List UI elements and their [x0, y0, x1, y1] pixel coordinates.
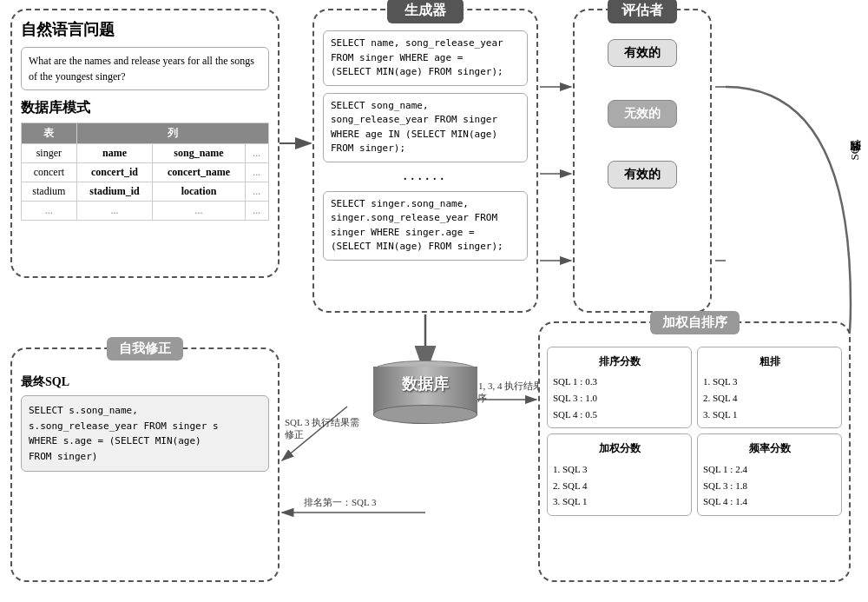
selfcorrect-header-wrap: 自我修正 — [12, 337, 278, 366]
freq-item-3: SQL 4 : 1.4 — [703, 493, 836, 510]
table-row: stadium stadium_id location ... — [22, 182, 269, 202]
col-header-table: 表 — [22, 123, 77, 144]
eval-badge-3: 有效的 — [608, 161, 677, 189]
final-sql-text: SELECT s.song_name, s.song_release_year … — [29, 403, 261, 464]
svg-line-7 — [282, 407, 347, 460]
final-sql-label: 最终SQL — [21, 374, 269, 390]
freq-item-1: SQL 1 : 2.4 — [703, 461, 836, 478]
database-cylinder: 数据库 — [373, 356, 477, 434]
generator-section: 生成器 SELECT name, song_release_year FROM … — [312, 9, 538, 313]
diagram-container: SQL 3 执行结果需 修正 SQL 1, 3, 4 执行结果需 要排序 排名第… — [0, 0, 868, 602]
weighted-score-title: 加权分数 — [553, 440, 686, 457]
eval-badge-1: 有效的 — [608, 39, 677, 67]
weighted-item-1: 1. SQL 3 — [553, 461, 686, 478]
self-correct-section: 自我修正 最终SQL SELECT s.song_name, s.song_re… — [10, 347, 279, 582]
nlq-title: 自然语言问题 — [21, 19, 269, 40]
valid-sql-label: 有效的SQL — [847, 139, 863, 161]
generator-header: 生成器 — [387, 0, 464, 23]
weighted-item-3: 3. SQL 1 — [553, 493, 686, 510]
rank-score-item-3: SQL 4 : 0.5 — [553, 407, 686, 423]
schema-title: 数据库模式 — [21, 99, 269, 117]
svg-text:修正: 修正 — [285, 429, 304, 440]
coarse-item-3: 3. SQL 1 — [703, 407, 836, 423]
coarse-item-2: 2. SQL 4 — [703, 390, 836, 407]
cylinder-bottom — [373, 405, 477, 424]
rank-score-item-2: SQL 3 : 1.0 — [553, 390, 686, 407]
generator-dots: ...... — [314, 166, 536, 184]
svg-text:排名第一：SQL 3: 排名第一：SQL 3 — [304, 497, 377, 507]
database-label: 数据库 — [373, 374, 477, 394]
svg-text:SQL 3 执行结果需: SQL 3 执行结果需 — [285, 417, 359, 427]
col-header-col: 列 — [76, 123, 268, 144]
coarse-rank-box: 粗排 1. SQL 3 2. SQL 4 3. SQL 1 — [697, 347, 842, 428]
rerank-header-wrap: 加权自排序 — [540, 311, 849, 340]
freq-item-2: SQL 3 : 1.8 — [703, 478, 836, 494]
weighted-item-2: 2. SQL 4 — [553, 478, 686, 494]
final-sql-content: SELECT s.song_name, s.song_release_year … — [21, 395, 269, 472]
rank-score-item-1: SQL 1 : 0.3 — [553, 374, 686, 390]
sql-card-2: SELECT song_name, song_release_year FROM… — [323, 93, 528, 162]
schema-table: 表 列 singer name song_name ... concert co… — [21, 122, 269, 221]
rerank-grid: 排序分数 SQL 1 : 0.3 SQL 3 : 1.0 SQL 4 : 0.5… — [540, 340, 849, 523]
weighted-score-box: 加权分数 1. SQL 3 2. SQL 4 3. SQL 1 — [547, 433, 692, 515]
rank-score-title: 排序分数 — [553, 353, 686, 370]
generator-header-wrap: 生成器 — [314, 0, 536, 23]
eval-header-wrap: 评估者 — [575, 0, 710, 23]
coarse-rank-title: 粗排 — [703, 353, 836, 370]
sql-card-3: SELECT singer.song_name, singer.song_rel… — [323, 191, 528, 261]
rerank-header: 加权自排序 — [650, 311, 740, 334]
eval-badge-2: 无效的 — [608, 100, 677, 128]
selfcorrect-header: 自我修正 — [107, 337, 183, 361]
table-row: ... ... ... ... — [22, 202, 269, 221]
eval-header: 评估者 — [608, 0, 677, 23]
rerank-section: 加权自排序 排序分数 SQL 1 : 0.3 SQL 3 : 1.0 SQL 4… — [538, 321, 851, 582]
evaluator-section: 评估者 有效的 无效的 有效的 — [573, 9, 712, 313]
freq-score-box: 频率分数 SQL 1 : 2.4 SQL 3 : 1.8 SQL 4 : 1.4 — [697, 433, 842, 515]
nlq-section: 自然语言问题 What are the names and release ye… — [10, 9, 279, 278]
rank-score-box: 排序分数 SQL 1 : 0.3 SQL 3 : 1.0 SQL 4 : 0.5 — [547, 347, 692, 428]
sql-card-1: SELECT name, song_release_year FROM sing… — [323, 30, 528, 86]
freq-score-title: 频率分数 — [703, 440, 836, 457]
coarse-item-1: 1. SQL 3 — [703, 374, 836, 390]
table-row: singer name song_name ... — [22, 144, 269, 163]
table-row: concert concert_id concert_name ... — [22, 163, 269, 182]
nlq-question: What are the names and release years for… — [21, 47, 269, 90]
